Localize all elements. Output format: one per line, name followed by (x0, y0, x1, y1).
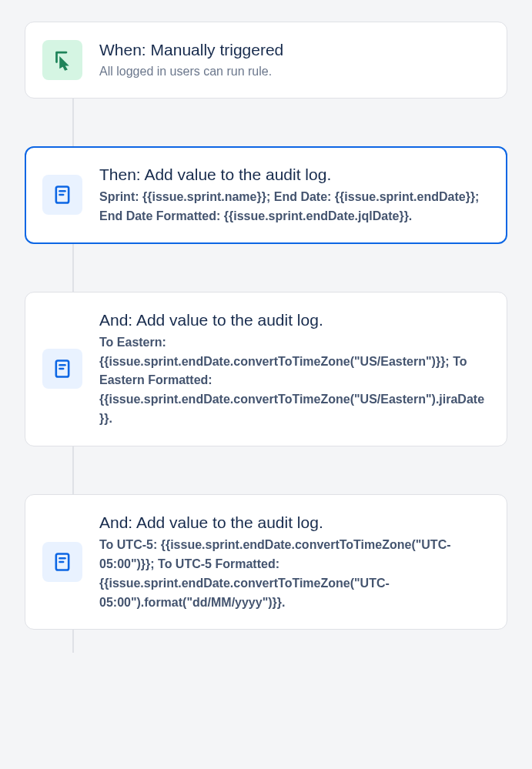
automation-flow: When: Manually triggered All logged in u… (25, 22, 507, 653)
trigger-card[interactable]: When: Manually triggered All logged in u… (25, 22, 507, 99)
flow-connector (72, 446, 74, 494)
action-card-audit-log-3[interactable]: And: Add value to the audit log. To UTC-… (25, 494, 507, 630)
action-title: And: Add value to the audit log. (99, 309, 488, 330)
action-title: Then: Add value to the audit log. (99, 164, 488, 185)
audit-log-icon (42, 349, 82, 389)
audit-log-icon (42, 175, 82, 215)
action-content: Then: Add value to the audit log. Sprint… (99, 164, 488, 226)
audit-log-icon (42, 542, 82, 582)
action-desc: To UTC-5: {{issue.sprint.endDate.convert… (99, 536, 488, 612)
manual-trigger-icon (42, 40, 82, 80)
action-card-audit-log-1[interactable]: Then: Add value to the audit log. Sprint… (25, 146, 507, 244)
trigger-subtitle: All logged in users can run rule. (99, 63, 488, 80)
action-desc: Sprint: {{issue.sprint.name}}; End Date:… (99, 188, 488, 226)
trigger-content: When: Manually triggered All logged in u… (99, 39, 488, 81)
action-content: And: Add value to the audit log. To UTC-… (99, 512, 488, 612)
action-desc: To Eastern: {{issue.sprint.endDate.conve… (99, 333, 488, 429)
action-card-audit-log-2[interactable]: And: Add value to the audit log. To East… (25, 292, 507, 446)
flow-connector (72, 244, 74, 292)
trigger-title: When: Manually triggered (99, 39, 488, 60)
flow-connector (72, 630, 74, 653)
flow-connector (72, 99, 74, 146)
action-content: And: Add value to the audit log. To East… (99, 309, 488, 429)
action-title: And: Add value to the audit log. (99, 512, 488, 533)
